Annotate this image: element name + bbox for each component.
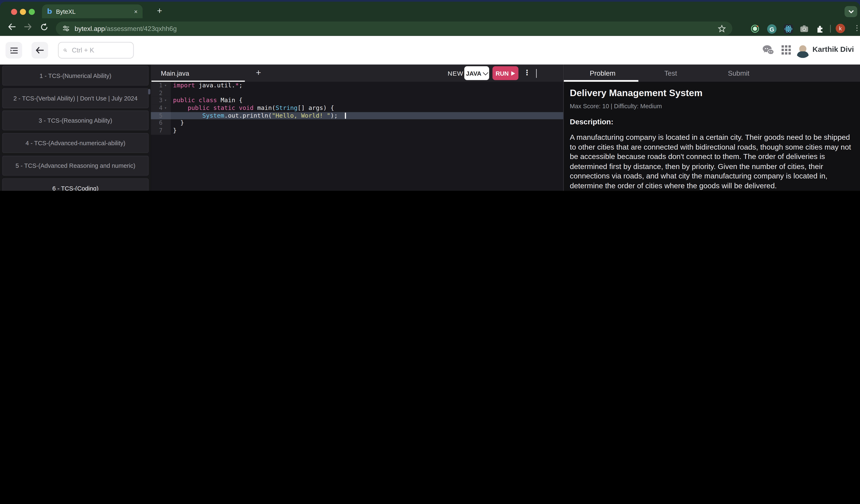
code-area[interactable]: 1▾import java.util.*;23▾public class Mai… — [151, 82, 563, 135]
new-button[interactable]: NEW — [448, 70, 463, 77]
code-line-2[interactable]: 2 — [151, 89, 563, 97]
tab-test[interactable]: Test — [664, 70, 677, 77]
tab-submit[interactable]: Submit — [728, 70, 749, 77]
code-line-1[interactable]: 1▾import java.util.*; — [151, 82, 563, 89]
search-icon — [63, 47, 67, 54]
minimize-window-button[interactable] — [20, 9, 26, 15]
extension-camera-icon[interactable] — [800, 24, 808, 33]
site-settings-icon[interactable] — [62, 25, 70, 32]
back-button[interactable] — [8, 23, 16, 30]
chevron-down-icon — [848, 10, 854, 13]
reload-button[interactable] — [40, 23, 48, 31]
toolbar-divider — [830, 25, 831, 33]
close-tab-icon[interactable]: × — [134, 8, 138, 15]
problem-title: Delivery Management System — [570, 88, 856, 99]
code-line-7[interactable]: 7} — [151, 127, 563, 135]
fold-caret-icon[interactable]: ▾ — [162, 82, 169, 89]
language-select[interactable]: JAVA — [464, 66, 489, 80]
tab-problem[interactable]: Problem — [590, 70, 616, 77]
browser-menu-icon[interactable]: ⋮ — [853, 24, 860, 32]
browser-profile-avatar[interactable]: k — [836, 24, 845, 33]
sidebar-scrollbar-thumb[interactable] — [148, 89, 150, 94]
sidebar-section-5[interactable]: 5 - TCS-(Advanced Reasoning and numeric) — [2, 156, 149, 176]
problem-meta: Max Score: 10 | Difficulty: Medium — [570, 103, 856, 109]
description-heading: Description: — [570, 118, 856, 126]
run-button[interactable]: RUN — [492, 66, 518, 80]
url-bar[interactable]: bytexl.app/assessment/423qxhh6g — [56, 21, 732, 35]
extension-react-icon[interactable] — [784, 24, 793, 34]
problem-content: Delivery Management System Max Score: 10… — [570, 82, 856, 191]
maximize-window-button[interactable] — [29, 9, 35, 15]
site-favicon: b — [47, 7, 52, 15]
sidebar-section-4[interactable]: 4 - TCS-(Advanced-numerical-ability) — [2, 133, 149, 153]
apps-grid-icon[interactable] — [782, 45, 791, 55]
screen: b ByteXL × + bytexl.app/assessment/423qx… — [0, 0, 860, 191]
code-line-3[interactable]: 3▾public class Main { — [151, 97, 563, 104]
search-box[interactable] — [58, 42, 134, 59]
chevron-down-icon — [483, 70, 488, 75]
problem-panel: Problem Test Submit Delivery Management … — [564, 64, 860, 191]
editor-tab-bar: Main.java + NEW JAVA RUN ⋮ — [151, 64, 563, 82]
user-name[interactable]: Karthik Divi — [813, 45, 854, 54]
fold-caret-icon[interactable] — [162, 112, 169, 120]
question-list-button[interactable] — [5, 42, 22, 59]
app-header: Karthik Divi — [0, 36, 860, 64]
sidebar-section-6[interactable]: 6 - TCS-(Coding) — [2, 178, 149, 191]
fold-caret-icon[interactable] — [162, 120, 169, 127]
sidebar-section-1[interactable]: 1 - TCS-(Numerical Ability) — [2, 65, 149, 86]
extension-orbit-icon[interactable] — [750, 24, 759, 33]
panel-tab-bar: Problem Test Submit — [564, 64, 860, 82]
tab-title: ByteXL — [56, 8, 134, 15]
chat-icon[interactable] — [762, 45, 774, 55]
browser-chrome: b ByteXL × + bytexl.app/assessment/423qx… — [0, 2, 860, 36]
list-indent-icon — [10, 47, 18, 54]
extensions-puzzle-icon[interactable] — [815, 24, 824, 33]
code-line-4[interactable]: 4▾ public static void main(String[] args… — [151, 104, 563, 112]
fold-caret-icon[interactable] — [162, 89, 169, 97]
forward-button[interactable] — [24, 23, 32, 30]
code-editor: Main.java + NEW JAVA RUN ⋮ 1▾import java… — [151, 64, 563, 191]
arrow-left-icon — [35, 46, 44, 54]
sidebar-section-3[interactable]: 3 - TCS-(Reasoning Ability) — [2, 111, 149, 131]
code-line-6[interactable]: 6 } — [151, 120, 563, 127]
close-window-button[interactable] — [11, 9, 17, 15]
fold-caret-icon[interactable]: ▾ — [162, 97, 169, 104]
back-to-list-button[interactable] — [32, 42, 48, 59]
editor-menu-icon[interactable]: ⋮ — [524, 69, 531, 77]
play-icon — [512, 71, 515, 75]
bookmark-star-icon[interactable] — [718, 25, 726, 32]
url-path: /assessment/423qxhh6g — [105, 25, 177, 32]
new-tab-button[interactable]: + — [157, 6, 162, 16]
editor-tab-main-java[interactable]: Main.java — [161, 70, 189, 77]
text-cursor — [345, 113, 346, 119]
url-host: bytexl.app — [75, 25, 105, 32]
active-panel-tab-underline — [564, 80, 639, 82]
toolbar-separator — [536, 69, 537, 78]
sidebar-section-2[interactable]: 2 - TCS-(Verbal Ability) | Don't Use | J… — [2, 88, 149, 108]
tab-search-button[interactable] — [845, 6, 857, 17]
user-avatar[interactable] — [795, 42, 811, 58]
sidebar: 1 - TCS-(Numerical Ability) 2 - TCS-(Ver… — [0, 64, 151, 191]
add-file-button[interactable]: + — [256, 68, 261, 78]
fold-caret-icon[interactable] — [162, 127, 169, 135]
description-paragraph-1: A manufacturing company is located in a … — [570, 132, 856, 191]
code-line-5[interactable]: 5 System.out.println("Hello, World! "); — [151, 112, 563, 120]
search-input[interactable] — [71, 46, 128, 55]
browser-tab[interactable]: b ByteXL × — [42, 4, 143, 18]
extension-grammarly-icon[interactable]: G — [767, 24, 776, 34]
fold-caret-icon[interactable]: ▾ — [162, 104, 169, 112]
